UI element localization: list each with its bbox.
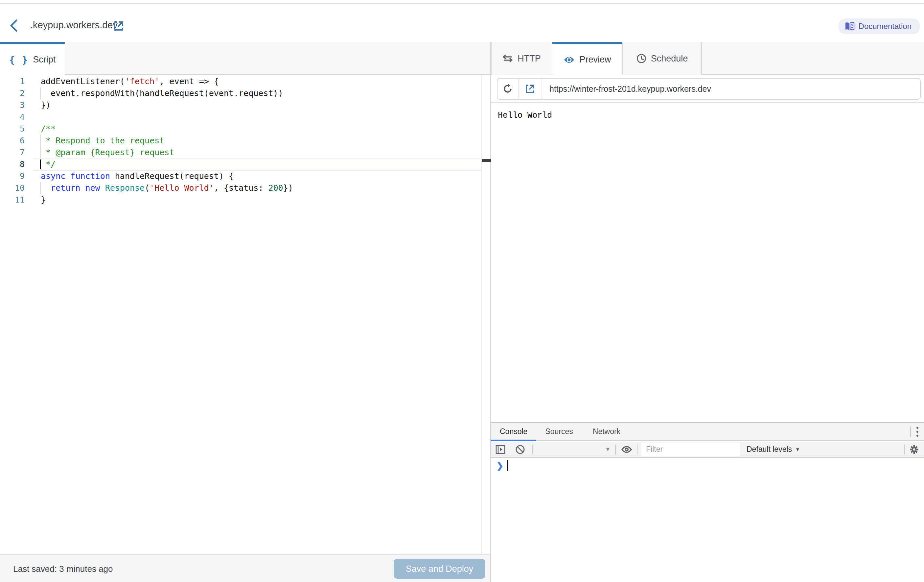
tab-preview[interactable]: Preview [552, 42, 622, 76]
code-line-content[interactable]: } [33, 194, 481, 206]
line-number: 10 [0, 182, 33, 194]
code-token [100, 183, 105, 193]
devtools-active-tab-underline [491, 440, 536, 441]
code-token: }) [283, 183, 293, 193]
preview-url-input[interactable] [542, 79, 920, 99]
dropdown-arrow-icon: ▼ [795, 446, 800, 452]
console-filter-input[interactable] [642, 443, 740, 456]
code-token: , {status: [214, 183, 269, 193]
dropdown-arrow-icon: ▼ [605, 446, 610, 453]
console-settings-button[interactable] [909, 444, 919, 455]
code-line-content[interactable]: addEventListener('fetch', event => { [33, 76, 481, 88]
console-sidebar-icon [495, 445, 505, 454]
code-line-content[interactable]: /** [33, 123, 481, 135]
code-line-content[interactable]: async function handleRequest(request) { [33, 170, 481, 182]
tab-schedule-label: Schedule [651, 54, 688, 64]
refresh-button[interactable] [497, 79, 518, 99]
log-levels-dropdown[interactable]: Default levels ▼ [747, 445, 800, 454]
preview-url-bar [497, 78, 921, 100]
code-token: } [41, 195, 46, 205]
code-line[interactable]: 5/** [0, 123, 481, 135]
open-preview-link-button[interactable] [518, 79, 542, 99]
console-output-area[interactable]: ❯ [491, 458, 924, 582]
code-token: return [51, 183, 80, 193]
documentation-label: Documentation [859, 22, 911, 31]
clear-console-button[interactable] [515, 445, 525, 455]
save-and-deploy-button[interactable]: Save and Deploy [394, 559, 485, 579]
devtools-tab-network[interactable]: Network [592, 427, 621, 436]
code-token: */ [41, 159, 56, 169]
code-line-content[interactable]: */ [33, 159, 481, 170]
code-token: , event => { [159, 77, 219, 86]
indent-guide [40, 147, 41, 159]
code-token: * @param {Request} request [41, 148, 174, 157]
toolbar-separator [615, 445, 616, 455]
devtools-tabbar: Console Sources Network [491, 423, 924, 441]
code-line[interactable]: 10 return new Response('Hello World', {s… [0, 182, 481, 194]
code-line[interactable]: 11} [0, 194, 481, 206]
devtools-tab-sources[interactable]: Sources [544, 427, 573, 436]
log-levels-label: Default levels [747, 445, 792, 454]
toolbar-separator [637, 445, 638, 455]
code-token [65, 171, 70, 181]
preview-response-text: Hello World [498, 111, 552, 120]
code-braces-icon: { } [9, 54, 28, 65]
code-line-content[interactable] [33, 111, 481, 123]
execution-context-selector[interactable]: ▼ [533, 443, 615, 456]
devtools-tab-console[interactable]: Console [499, 427, 528, 436]
open-worker-link-button[interactable] [112, 20, 125, 32]
code-line[interactable]: 4 [0, 111, 481, 123]
code-line-content[interactable]: }) [33, 99, 481, 111]
code-line[interactable]: 9async function handleRequest(request) { [0, 170, 481, 182]
line-number: 11 [0, 194, 33, 206]
code-token: ( [145, 183, 150, 193]
book-icon [845, 22, 855, 31]
editor-scrollbar[interactable] [481, 75, 490, 554]
code-token: handleRequest(request) { [110, 171, 234, 181]
live-expression-eye-icon [621, 445, 632, 454]
code-token [80, 183, 85, 193]
editor-text-cursor [40, 159, 41, 169]
code-token: 'Hello World' [150, 183, 214, 193]
code-line-content[interactable]: * @param {Request} request [33, 147, 481, 159]
clock-icon [637, 54, 646, 63]
tab-http[interactable]: HTTP [491, 42, 552, 75]
external-link-icon [525, 83, 536, 94]
live-expression-button[interactable] [621, 445, 632, 454]
code-line-content[interactable]: return new Response('Hello World', {stat… [33, 182, 481, 194]
line-number: 6 [0, 135, 33, 147]
code-token: /** [41, 124, 56, 134]
code-token: }) [41, 100, 51, 110]
tab-schedule[interactable]: Schedule [622, 42, 702, 75]
tab-script[interactable]: { } Script [0, 42, 65, 76]
back-button[interactable] [7, 18, 22, 33]
code-line[interactable]: 6 * Respond to the request [0, 135, 481, 147]
code-line[interactable]: 8 */ [0, 159, 481, 170]
tab-preview-label: Preview [579, 55, 611, 65]
console-sidebar-toggle-button[interactable] [495, 445, 505, 454]
code-line-content[interactable]: * Respond to the request [33, 135, 481, 147]
code-line[interactable]: 2 event.respondWith(handleRequest(event.… [0, 88, 481, 99]
code-line[interactable]: 7 * @param {Request} request [0, 147, 481, 159]
last-saved-status: Last saved: 3 minutes ago [13, 555, 113, 582]
editor-tab-strip: { } Script [0, 42, 490, 75]
code-token: event.respondWith(handleRequest(event.re… [41, 88, 283, 98]
line-number: 9 [0, 170, 33, 182]
gear-icon [909, 444, 919, 455]
code-line[interactable]: 1addEventListener('fetch', event => { [0, 76, 481, 88]
code-token: addEventListener( [41, 77, 125, 86]
line-number: 5 [0, 123, 33, 135]
line-number: 1 [0, 76, 33, 88]
indent-guide [40, 135, 41, 147]
code-editor[interactable]: 1addEventListener('fetch', event => {2 e… [0, 75, 481, 554]
documentation-button[interactable]: Documentation [838, 18, 920, 34]
code-line-content[interactable]: event.respondWith(handleRequest(event.re… [33, 88, 481, 99]
code-line[interactable]: 3}) [0, 99, 481, 111]
line-number: 4 [0, 111, 33, 123]
preview-body: Hello World [491, 103, 924, 422]
code-token: 200 [268, 183, 283, 193]
console-prompt-chevron: ❯ [497, 461, 503, 471]
toolbar-separator [904, 445, 905, 455]
editor-scrollbar-marker[interactable] [482, 159, 491, 162]
devtools-menu-button[interactable] [911, 427, 924, 436]
